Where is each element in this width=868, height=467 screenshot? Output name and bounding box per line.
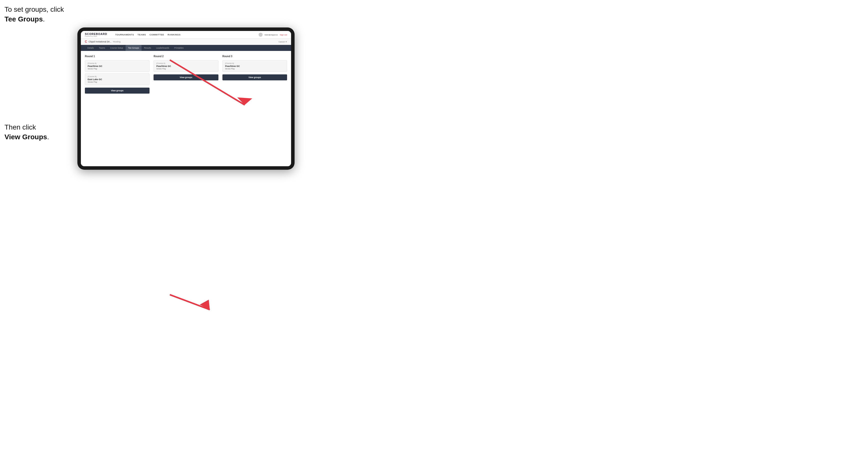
sub-logo-c: C [85,40,87,43]
round-2-course-a-type: Stroke Play [156,68,215,70]
tournament-name: Clippd Invitational (M... [89,40,112,43]
round-3-course-a-card: (Course A) Peachtree GC Stroke Play [222,60,287,72]
nav-tournaments[interactable]: TOURNAMENTS [115,33,134,36]
instruction-top: To set groups, click Tee Groups. [4,4,64,24]
hosting-label: Hosting [113,40,121,43]
tab-printables[interactable]: Printables [172,45,186,51]
round-1-course-a-label: (Course A) [88,62,147,64]
nav-committee[interactable]: COMMITTEE [150,33,164,36]
svg-marker-3 [200,300,210,310]
round-3-column: Round 3 (Course A) Peachtree GC Stroke P… [222,55,287,94]
tab-details[interactable]: Details [85,45,96,51]
round-2-course-a-name: Peachtree GC [156,65,215,67]
round-1-course-b-type: Stroke Play [88,81,147,83]
main-content: Round 1 (Course A) Peachtree GC Stroke P… [81,51,291,166]
tab-bar: Details Teams Course Setup Tee Groups Re… [81,45,291,51]
user-avatar [259,33,262,37]
sub-header-right: Cancel ✕ [279,41,287,43]
round-1-view-groups-button[interactable]: View groups [85,88,150,94]
round-1-course-a-name: Peachtree GC [88,65,147,67]
logo-text: SCOREBOARD [85,32,107,35]
round-1-title: Round 1 [85,55,150,58]
tab-tee-groups[interactable]: Tee Groups [126,45,142,51]
round-2-course-a-card: (Course A) Peachtree GC Stroke Play [154,60,218,72]
round-2-view-groups-button[interactable]: View groups [154,74,218,81]
user-email: blair@clippd.io [265,34,278,36]
round-1-course-b-card: (Course B) East Lake GC Stroke Play [85,73,150,85]
instruction-top-bold: Tee Groups [4,15,43,23]
instruction-bottom-line1: Then click [4,123,36,131]
round-2-title: Round 2 [154,55,218,58]
tab-teams[interactable]: Teams [96,45,107,51]
tab-results[interactable]: Results [142,45,154,51]
logo-main: SCOREBOARD [85,32,107,35]
round-3-view-groups-button[interactable]: View groups [222,74,287,81]
instruction-bottom-bold: View Groups [4,133,47,141]
round-3-course-a-type: Stroke Play [225,68,284,70]
round-3-title: Round 3 [222,55,287,58]
round-1-course-b-label: (Course B) [88,75,147,77]
instruction-bottom-punct: . [47,133,49,141]
nav-rankings[interactable]: RANKINGS [167,33,181,36]
nav-links: TOURNAMENTS TEAMS COMMITTEE RANKINGS [115,33,254,36]
instruction-top-line1: To set groups, click [4,5,64,13]
nav-teams[interactable]: TEAMS [137,33,146,36]
sub-header: C Clippd Invitational (M... Hosting Canc… [81,39,291,45]
round-2-course-a-label: (Course A) [156,62,215,64]
sub-header-left: C Clippd Invitational (M... Hosting [85,40,121,43]
round-1-column: Round 1 (Course A) Peachtree GC Stroke P… [85,55,150,94]
round-3-course-a-label: (Course A) [225,62,284,64]
rounds-container: Round 1 (Course A) Peachtree GC Stroke P… [85,55,287,94]
logo-sub: Powered by clippit [85,35,107,37]
nav-right: blair@clippd.io Sign out [259,33,287,37]
round-1-course-a-type: Stroke Play [88,68,147,70]
instruction-bottom: Then click View Groups. [4,122,49,142]
instruction-top-punct: . [43,15,45,23]
tab-course-setup[interactable]: Course Setup [107,45,126,51]
top-nav: SCOREBOARD Powered by clippit TOURNAMENT… [81,31,291,39]
svg-line-2 [170,295,210,310]
cancel-button[interactable]: Cancel ✕ [279,41,287,43]
tablet-frame: SCOREBOARD Powered by clippit TOURNAMENT… [78,27,294,170]
logo-area: SCOREBOARD Powered by clippit [85,32,107,37]
round-1-course-a-card: (Course A) Peachtree GC Stroke Play [85,60,150,72]
round-3-course-a-name: Peachtree GC [225,65,284,67]
sign-out-link[interactable]: Sign out [280,34,287,36]
tab-leaderboards[interactable]: Leaderboards [154,45,172,51]
tablet-screen: SCOREBOARD Powered by clippit TOURNAMENT… [81,31,291,166]
round-1-course-b-name: East Lake GC [88,78,147,81]
round-2-column: Round 2 (Course A) Peachtree GC Stroke P… [154,55,218,94]
